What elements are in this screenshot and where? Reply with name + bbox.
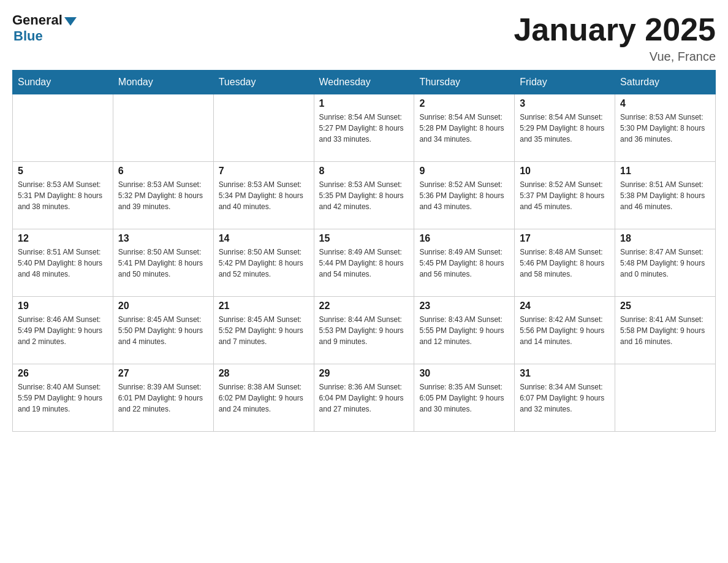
calendar-cell: 12Sunrise: 8:51 AM Sunset: 5:40 PM Dayli… <box>13 229 113 297</box>
page-header: General Blue January 2025 Vue, France <box>12 12 716 64</box>
calendar-cell <box>13 94 113 162</box>
day-info: Sunrise: 8:34 AM Sunset: 6:07 PM Dayligh… <box>520 381 610 415</box>
day-info: Sunrise: 8:44 AM Sunset: 5:53 PM Dayligh… <box>319 314 409 347</box>
day-info: Sunrise: 8:53 AM Sunset: 5:30 PM Dayligh… <box>620 112 710 145</box>
day-of-week-header: Friday <box>515 71 615 94</box>
day-info: Sunrise: 8:48 AM Sunset: 5:46 PM Dayligh… <box>520 247 610 280</box>
calendar-cell: 4Sunrise: 8:53 AM Sunset: 5:30 PM Daylig… <box>615 94 716 162</box>
day-info: Sunrise: 8:40 AM Sunset: 5:59 PM Dayligh… <box>18 381 108 415</box>
calendar-cell: 5Sunrise: 8:53 AM Sunset: 5:31 PM Daylig… <box>13 162 113 229</box>
calendar-cell: 29Sunrise: 8:36 AM Sunset: 6:04 PM Dayli… <box>314 364 414 432</box>
calendar-cell: 15Sunrise: 8:49 AM Sunset: 5:44 PM Dayli… <box>314 229 414 297</box>
header-row: SundayMondayTuesdayWednesdayThursdayFrid… <box>13 71 716 94</box>
day-info: Sunrise: 8:36 AM Sunset: 6:04 PM Dayligh… <box>319 381 409 415</box>
logo: General Blue <box>12 12 77 44</box>
day-number: 3 <box>520 98 610 109</box>
day-info: Sunrise: 8:50 AM Sunset: 5:42 PM Dayligh… <box>219 247 309 280</box>
calendar-header: SundayMondayTuesdayWednesdayThursdayFrid… <box>13 71 716 94</box>
calendar-cell: 3Sunrise: 8:54 AM Sunset: 5:29 PM Daylig… <box>515 94 615 162</box>
calendar-cell: 20Sunrise: 8:45 AM Sunset: 5:50 PM Dayli… <box>113 297 213 364</box>
day-info: Sunrise: 8:45 AM Sunset: 5:52 PM Dayligh… <box>219 314 309 347</box>
calendar-cell: 27Sunrise: 8:39 AM Sunset: 6:01 PM Dayli… <box>113 364 213 432</box>
day-info: Sunrise: 8:49 AM Sunset: 5:44 PM Dayligh… <box>319 247 409 280</box>
calendar-cell: 31Sunrise: 8:34 AM Sunset: 6:07 PM Dayli… <box>515 364 615 432</box>
calendar-week-row: 1Sunrise: 8:54 AM Sunset: 5:27 PM Daylig… <box>13 94 716 162</box>
day-number: 17 <box>520 233 610 244</box>
logo-arrow-icon <box>64 17 77 26</box>
calendar-week-row: 19Sunrise: 8:46 AM Sunset: 5:49 PM Dayli… <box>13 297 716 364</box>
calendar-cell <box>615 364 716 432</box>
day-info: Sunrise: 8:52 AM Sunset: 5:37 PM Dayligh… <box>520 179 610 212</box>
calendar-cell <box>213 94 314 162</box>
day-number: 11 <box>620 166 710 177</box>
day-info: Sunrise: 8:54 AM Sunset: 5:28 PM Dayligh… <box>419 112 509 145</box>
day-info: Sunrise: 8:51 AM Sunset: 5:40 PM Dayligh… <box>18 247 108 280</box>
day-number: 20 <box>118 301 208 312</box>
calendar-body: 1Sunrise: 8:54 AM Sunset: 5:27 PM Daylig… <box>13 94 716 432</box>
title-section: January 2025 Vue, France <box>514 12 716 64</box>
day-info: Sunrise: 8:45 AM Sunset: 5:50 PM Dayligh… <box>118 314 208 347</box>
day-of-week-header: Tuesday <box>213 71 314 94</box>
day-info: Sunrise: 8:54 AM Sunset: 5:27 PM Dayligh… <box>319 112 409 145</box>
day-number: 28 <box>219 368 309 379</box>
logo-blue-text: Blue <box>13 28 43 44</box>
day-number: 6 <box>118 166 208 177</box>
calendar-cell <box>113 94 213 162</box>
day-info: Sunrise: 8:47 AM Sunset: 5:48 PM Dayligh… <box>620 247 710 280</box>
day-number: 27 <box>118 368 208 379</box>
day-number: 31 <box>520 368 610 379</box>
calendar-cell: 11Sunrise: 8:51 AM Sunset: 5:38 PM Dayli… <box>615 162 716 229</box>
day-info: Sunrise: 8:53 AM Sunset: 5:32 PM Dayligh… <box>118 179 208 212</box>
day-of-week-header: Monday <box>113 71 213 94</box>
day-number: 4 <box>620 98 710 109</box>
calendar-week-row: 12Sunrise: 8:51 AM Sunset: 5:40 PM Dayli… <box>13 229 716 297</box>
calendar-cell: 22Sunrise: 8:44 AM Sunset: 5:53 PM Dayli… <box>314 297 414 364</box>
day-number: 18 <box>620 233 710 244</box>
calendar-cell: 21Sunrise: 8:45 AM Sunset: 5:52 PM Dayli… <box>213 297 314 364</box>
calendar-cell: 16Sunrise: 8:49 AM Sunset: 5:45 PM Dayli… <box>414 229 515 297</box>
calendar-cell: 25Sunrise: 8:41 AM Sunset: 5:58 PM Dayli… <box>615 297 716 364</box>
day-info: Sunrise: 8:53 AM Sunset: 5:31 PM Dayligh… <box>18 179 108 212</box>
day-number: 10 <box>520 166 610 177</box>
calendar-cell: 19Sunrise: 8:46 AM Sunset: 5:49 PM Dayli… <box>13 297 113 364</box>
day-info: Sunrise: 8:54 AM Sunset: 5:29 PM Dayligh… <box>520 112 610 145</box>
day-info: Sunrise: 8:35 AM Sunset: 6:05 PM Dayligh… <box>419 381 509 415</box>
calendar-cell: 2Sunrise: 8:54 AM Sunset: 5:28 PM Daylig… <box>414 94 515 162</box>
calendar-cell: 28Sunrise: 8:38 AM Sunset: 6:02 PM Dayli… <box>213 364 314 432</box>
calendar-cell: 23Sunrise: 8:43 AM Sunset: 5:55 PM Dayli… <box>414 297 515 364</box>
day-info: Sunrise: 8:49 AM Sunset: 5:45 PM Dayligh… <box>419 247 509 280</box>
calendar-cell: 1Sunrise: 8:54 AM Sunset: 5:27 PM Daylig… <box>314 94 414 162</box>
calendar-table: SundayMondayTuesdayWednesdayThursdayFrid… <box>12 70 716 432</box>
calendar-cell: 24Sunrise: 8:42 AM Sunset: 5:56 PM Dayli… <box>515 297 615 364</box>
day-number: 30 <box>419 368 509 379</box>
calendar-cell: 8Sunrise: 8:53 AM Sunset: 5:35 PM Daylig… <box>314 162 414 229</box>
location-text: Vue, France <box>514 50 716 64</box>
day-number: 9 <box>419 166 509 177</box>
day-number: 7 <box>219 166 309 177</box>
day-info: Sunrise: 8:51 AM Sunset: 5:38 PM Dayligh… <box>620 179 710 212</box>
day-info: Sunrise: 8:39 AM Sunset: 6:01 PM Dayligh… <box>118 381 208 415</box>
calendar-week-row: 5Sunrise: 8:53 AM Sunset: 5:31 PM Daylig… <box>13 162 716 229</box>
logo-general-text: General <box>12 12 63 28</box>
day-number: 16 <box>419 233 509 244</box>
day-number: 13 <box>118 233 208 244</box>
calendar-cell: 30Sunrise: 8:35 AM Sunset: 6:05 PM Dayli… <box>414 364 515 432</box>
day-info: Sunrise: 8:43 AM Sunset: 5:55 PM Dayligh… <box>419 314 509 347</box>
day-number: 2 <box>419 98 509 109</box>
month-title: January 2025 <box>514 12 716 47</box>
calendar-cell: 6Sunrise: 8:53 AM Sunset: 5:32 PM Daylig… <box>113 162 213 229</box>
calendar-cell: 13Sunrise: 8:50 AM Sunset: 5:41 PM Dayli… <box>113 229 213 297</box>
day-number: 26 <box>18 368 108 379</box>
calendar-cell: 17Sunrise: 8:48 AM Sunset: 5:46 PM Dayli… <box>515 229 615 297</box>
day-number: 14 <box>219 233 309 244</box>
day-number: 12 <box>18 233 108 244</box>
day-number: 22 <box>319 301 409 312</box>
day-info: Sunrise: 8:50 AM Sunset: 5:41 PM Dayligh… <box>118 247 208 280</box>
day-of-week-header: Wednesday <box>314 71 414 94</box>
calendar-cell: 10Sunrise: 8:52 AM Sunset: 5:37 PM Dayli… <box>515 162 615 229</box>
day-number: 25 <box>620 301 710 312</box>
day-of-week-header: Saturday <box>615 71 716 94</box>
day-number: 8 <box>319 166 409 177</box>
calendar-cell: 7Sunrise: 8:53 AM Sunset: 5:34 PM Daylig… <box>213 162 314 229</box>
day-of-week-header: Sunday <box>13 71 113 94</box>
